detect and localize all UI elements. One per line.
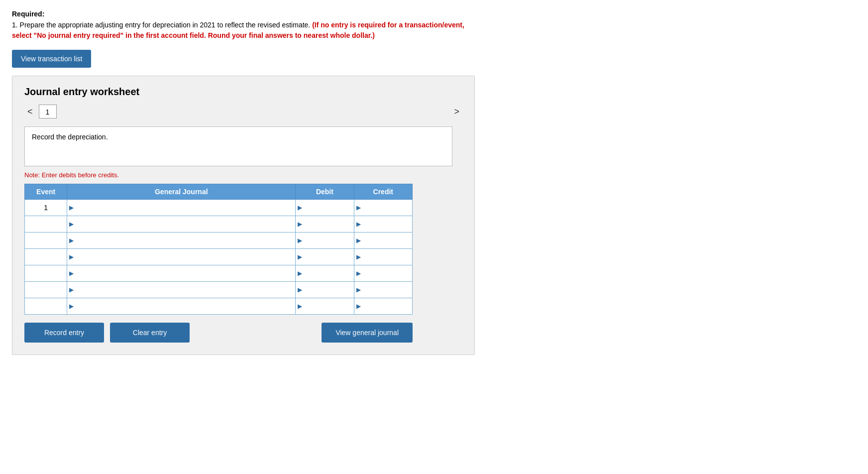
- general-journal-cell[interactable]: ▶: [67, 216, 296, 233]
- prev-page-button[interactable]: <: [24, 106, 36, 118]
- debit-arrow-icon: ▶: [296, 221, 304, 228]
- debit-arrow-icon: ▶: [296, 253, 304, 260]
- required-section: Required: 1. Prepare the appropriate adj…: [12, 10, 856, 41]
- action-buttons-row: Record entry Clear entry View general jo…: [24, 323, 413, 343]
- debit-input[interactable]: [304, 298, 353, 314]
- credit-cell[interactable]: ▶: [354, 265, 412, 282]
- header-event: Event: [25, 184, 67, 200]
- table-row: 1▶▶▶: [25, 200, 413, 216]
- credit-cell[interactable]: ▶: [354, 282, 412, 298]
- credit-input[interactable]: [363, 282, 412, 298]
- debit-cell[interactable]: ▶: [296, 200, 354, 216]
- general-journal-cell[interactable]: ▶: [67, 298, 296, 315]
- credit-arrow-icon: ▶: [354, 204, 363, 211]
- debit-input[interactable]: [304, 200, 353, 216]
- general-journal-cell[interactable]: ▶: [67, 265, 296, 282]
- table-header-row: Event General Journal Debit Credit: [25, 184, 413, 200]
- event-cell: [25, 282, 67, 298]
- worksheet-nav-row: < 1 >: [24, 105, 462, 118]
- journal-arrow-icon: ▶: [67, 253, 76, 260]
- general-journal-input[interactable]: [76, 282, 295, 298]
- general-journal-cell[interactable]: ▶: [67, 249, 296, 265]
- debit-input[interactable]: [304, 216, 353, 232]
- general-journal-input[interactable]: [76, 216, 295, 232]
- debit-cell[interactable]: ▶: [296, 298, 354, 315]
- debit-cell[interactable]: ▶: [296, 249, 354, 265]
- header-general-journal: General Journal: [67, 184, 296, 200]
- general-journal-input[interactable]: [76, 200, 295, 216]
- nav-left: < 1: [24, 105, 57, 118]
- debit-arrow-icon: ▶: [296, 204, 304, 211]
- table-row: ▶▶▶: [25, 298, 413, 315]
- debit-input[interactable]: [304, 265, 353, 281]
- credit-input[interactable]: [363, 249, 412, 265]
- instruction-text: 1. Prepare the appropriate adjusting ent…: [12, 20, 485, 41]
- credit-arrow-icon: ▶: [354, 286, 363, 293]
- record-entry-button[interactable]: Record entry: [24, 323, 104, 343]
- journal-arrow-icon: ▶: [67, 286, 76, 293]
- worksheet-title: Journal entry worksheet: [24, 86, 462, 98]
- table-row: ▶▶▶: [25, 249, 413, 265]
- debit-input[interactable]: [304, 249, 353, 265]
- debit-cell[interactable]: ▶: [296, 216, 354, 233]
- credit-cell[interactable]: ▶: [354, 249, 412, 265]
- debit-input[interactable]: [304, 233, 353, 248]
- description-box: Record the depreciation.: [24, 126, 452, 166]
- credit-input[interactable]: [363, 216, 412, 232]
- credit-arrow-icon: ▶: [354, 253, 363, 260]
- credit-input[interactable]: [363, 298, 412, 314]
- journal-arrow-icon: ▶: [67, 237, 76, 244]
- general-journal-cell[interactable]: ▶: [67, 200, 296, 216]
- debit-arrow-icon: ▶: [296, 303, 304, 310]
- credit-cell[interactable]: ▶: [354, 233, 412, 249]
- event-cell: [25, 233, 67, 249]
- event-cell: [25, 265, 67, 282]
- debit-cell[interactable]: ▶: [296, 265, 354, 282]
- view-general-journal-button[interactable]: View general journal: [322, 323, 413, 343]
- table-row: ▶▶▶: [25, 233, 413, 249]
- table-row: ▶▶▶: [25, 282, 413, 298]
- debit-arrow-icon: ▶: [296, 286, 304, 293]
- general-journal-cell[interactable]: ▶: [67, 282, 296, 298]
- table-row: ▶▶▶: [25, 265, 413, 282]
- journal-arrow-icon: ▶: [67, 270, 76, 277]
- event-cell: 1: [25, 200, 67, 216]
- general-journal-cell[interactable]: ▶: [67, 233, 296, 249]
- journal-table: Event General Journal Debit Credit 1▶▶▶▶…: [24, 184, 413, 315]
- journal-arrow-icon: ▶: [67, 221, 76, 228]
- credit-input[interactable]: [363, 233, 412, 248]
- credit-cell[interactable]: ▶: [354, 200, 412, 216]
- btn-group-left: Record entry Clear entry: [24, 323, 190, 343]
- header-debit: Debit: [296, 184, 354, 200]
- table-row: ▶▶▶: [25, 216, 413, 233]
- general-journal-input[interactable]: [76, 298, 295, 314]
- journal-entry-worksheet: Journal entry worksheet < 1 > Record the…: [12, 76, 475, 355]
- credit-input[interactable]: [363, 200, 412, 216]
- required-label: Required:: [12, 10, 856, 18]
- general-journal-input[interactable]: [76, 233, 295, 248]
- note-text: Note: Enter debits before credits.: [24, 171, 462, 179]
- instruction-start: 1. Prepare the appropriate adjusting ent…: [12, 21, 312, 29]
- debit-arrow-icon: ▶: [296, 270, 304, 277]
- journal-arrow-icon: ▶: [67, 303, 76, 310]
- credit-input[interactable]: [363, 265, 412, 281]
- debit-cell[interactable]: ▶: [296, 282, 354, 298]
- credit-cell[interactable]: ▶: [354, 216, 412, 233]
- page-number: 1: [39, 105, 57, 118]
- debit-cell[interactable]: ▶: [296, 233, 354, 249]
- general-journal-input[interactable]: [76, 249, 295, 265]
- credit-arrow-icon: ▶: [354, 237, 363, 244]
- view-transaction-list-button[interactable]: View transaction list: [12, 50, 91, 68]
- event-cell: [25, 249, 67, 265]
- credit-cell[interactable]: ▶: [354, 298, 412, 315]
- general-journal-input[interactable]: [76, 265, 295, 281]
- debit-arrow-icon: ▶: [296, 237, 304, 244]
- event-cell: [25, 298, 67, 315]
- next-page-button[interactable]: >: [451, 106, 462, 118]
- description-text: Record the depreciation.: [32, 133, 108, 141]
- credit-arrow-icon: ▶: [354, 303, 363, 310]
- credit-arrow-icon: ▶: [354, 221, 363, 228]
- clear-entry-button[interactable]: Clear entry: [110, 323, 190, 343]
- debit-input[interactable]: [304, 282, 353, 298]
- credit-arrow-icon: ▶: [354, 270, 363, 277]
